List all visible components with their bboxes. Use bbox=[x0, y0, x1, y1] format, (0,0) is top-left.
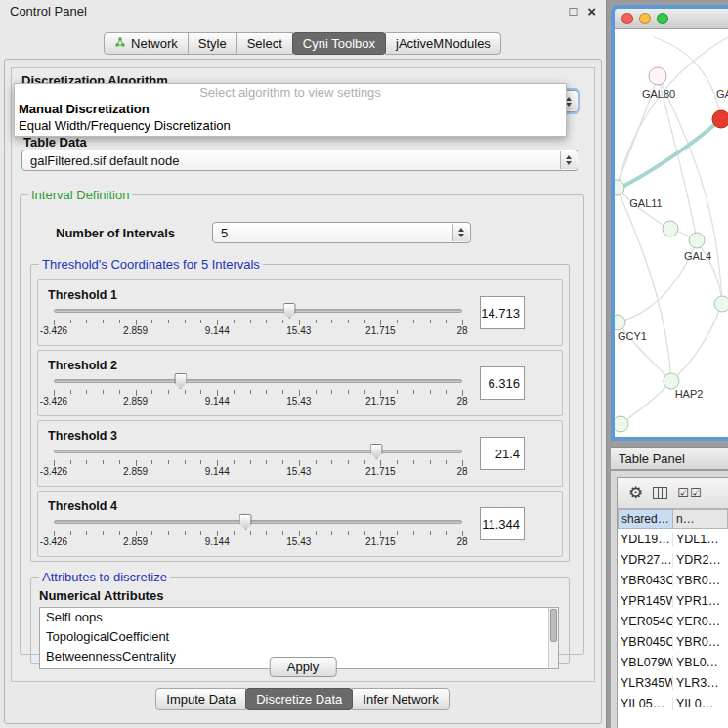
network-node[interactable] bbox=[714, 296, 728, 312]
combo-stepper-icon[interactable] bbox=[560, 151, 577, 169]
table-row[interactable]: YER054CYER0… bbox=[618, 611, 728, 631]
network-node[interactable] bbox=[689, 233, 705, 248]
slider-handle[interactable] bbox=[283, 303, 296, 319]
close-traffic-light-icon[interactable] bbox=[621, 13, 633, 24]
threshold-value-field[interactable]: 11.344 bbox=[480, 507, 525, 540]
network-node[interactable] bbox=[615, 315, 625, 330]
slider-handle[interactable] bbox=[239, 514, 252, 530]
minimize-traffic-light-icon[interactable] bbox=[639, 13, 651, 24]
slider-tick bbox=[316, 390, 317, 394]
table-cell[interactable]: YIL0… bbox=[673, 697, 728, 710]
interval-definition-group: Interval Definition Number of Intervals … bbox=[20, 188, 584, 655]
network-node[interactable] bbox=[664, 373, 679, 389]
tab-network[interactable]: Network bbox=[104, 32, 189, 55]
scrollbar-thumb[interactable] bbox=[550, 609, 557, 642]
tab-impute-data[interactable]: Impute Data bbox=[155, 688, 246, 710]
slider-track[interactable] bbox=[54, 450, 462, 453]
tab-discretize-data[interactable]: Discretize Data bbox=[245, 688, 353, 710]
tab-select[interactable]: Select bbox=[236, 32, 293, 55]
tab-label: Select bbox=[247, 36, 282, 51]
table-cell[interactable]: YBR0… bbox=[673, 574, 728, 587]
table-cell[interactable]: YLR345W bbox=[618, 676, 673, 690]
table-cell[interactable]: YBR045C bbox=[618, 635, 673, 649]
table-cell[interactable]: YBL0… bbox=[673, 656, 728, 669]
threshold-slider[interactable] bbox=[54, 514, 462, 530]
slider-tick bbox=[446, 390, 447, 394]
select-columns-icon[interactable]: ☑☑ bbox=[677, 486, 702, 500]
slider-track[interactable] bbox=[54, 379, 462, 383]
network-node[interactable] bbox=[649, 67, 666, 85]
slider-track[interactable] bbox=[54, 309, 462, 313]
slider-tick bbox=[348, 460, 349, 464]
table-cell[interactable]: YDL19… bbox=[618, 533, 673, 546]
table-cell[interactable]: YLR3… bbox=[673, 676, 728, 690]
table-cell[interactable]: YER0… bbox=[673, 615, 728, 628]
threshold-slider[interactable] bbox=[54, 303, 462, 319]
combo-stepper-icon[interactable] bbox=[452, 224, 469, 241]
tab-infer-network[interactable]: Infer Network bbox=[352, 688, 449, 710]
attribute-list-item[interactable]: TopologicalCoefficient bbox=[40, 627, 558, 647]
threshold-value-field[interactable]: 21.4 bbox=[480, 437, 525, 470]
table-cell[interactable]: YPR145W bbox=[618, 594, 673, 608]
table-panel-titlebar[interactable]: Table Panel bbox=[611, 447, 728, 470]
dropdown-item-manual-discretization[interactable]: Manual Discretization bbox=[15, 101, 566, 117]
gear-icon[interactable]: ⚙ bbox=[628, 485, 643, 501]
table-cell[interactable]: YBL079W bbox=[618, 656, 673, 669]
interval-definition-legend: Interval Definition bbox=[28, 188, 132, 202]
table-row[interactable]: YDL19…YDL1… bbox=[618, 529, 728, 549]
table-cell[interactable]: YDL1… bbox=[673, 533, 728, 546]
threshold-value-field[interactable]: 6.316 bbox=[480, 366, 525, 400]
tab-cyni-toolbox[interactable]: Cyni Toolbox bbox=[292, 32, 386, 55]
threshold-value-field[interactable]: 14.713 bbox=[480, 296, 525, 329]
column-header-name[interactable]: n… bbox=[673, 509, 728, 529]
slider-tick bbox=[250, 460, 251, 464]
columns-icon[interactable] bbox=[653, 487, 667, 499]
zoom-traffic-light-icon[interactable] bbox=[657, 13, 668, 24]
network-node[interactable] bbox=[615, 416, 628, 432]
network-window-titlebar[interactable] bbox=[615, 9, 728, 29]
table-row[interactable]: YBR045CYBR0… bbox=[618, 631, 728, 652]
tab-style[interactable]: Style bbox=[188, 32, 237, 55]
attribute-list-item[interactable]: SelfLoops bbox=[40, 608, 558, 627]
table-cell[interactable]: YDR27… bbox=[618, 553, 673, 567]
slider-tick bbox=[151, 390, 152, 394]
tab-label: Discretize Data bbox=[256, 692, 342, 707]
slider-tick bbox=[168, 320, 169, 323]
threshold-slider[interactable] bbox=[54, 444, 462, 459]
slider-tick bbox=[446, 531, 447, 535]
table-row[interactable]: YIL05…YIL0… bbox=[618, 693, 728, 713]
slider-tick bbox=[397, 390, 398, 394]
number-of-intervals-combobox[interactable]: 5 bbox=[212, 222, 471, 243]
column-header-shared-name[interactable]: shared… bbox=[618, 509, 673, 529]
number-of-intervals-label: Number of Intervals bbox=[56, 226, 175, 240]
tab-label: Impute Data bbox=[166, 692, 236, 707]
close-window-icon[interactable]: × bbox=[587, 5, 596, 18]
network-node[interactable] bbox=[663, 221, 678, 236]
slider-tick bbox=[348, 390, 349, 394]
table-cell[interactable]: YDR2… bbox=[673, 553, 728, 567]
tab-jactivemnodules[interactable]: jActiveMNodules bbox=[385, 32, 501, 55]
list-scrollbar[interactable] bbox=[548, 608, 558, 668]
table-row[interactable]: YDR27…YDR2… bbox=[618, 549, 728, 570]
float-window-icon[interactable]: □ bbox=[569, 5, 577, 18]
table-cell[interactable]: YBR043C bbox=[618, 574, 673, 587]
table-row[interactable]: YPR145WYPR1… bbox=[618, 590, 728, 611]
table-cell[interactable]: YBR0… bbox=[673, 635, 728, 649]
network-node[interactable] bbox=[712, 110, 728, 128]
table-cell[interactable]: YPR1… bbox=[673, 594, 728, 608]
table-cell[interactable]: YIL05… bbox=[618, 697, 673, 710]
table-row[interactable]: YBR043CYBR0… bbox=[618, 570, 728, 590]
table-row[interactable]: YBL079WYBL0… bbox=[618, 652, 728, 672]
table-data-combobox[interactable]: galFiltered.sif default node bbox=[21, 150, 578, 171]
table-row[interactable]: YLR345WYLR3… bbox=[618, 672, 728, 693]
apply-button[interactable]: Apply bbox=[270, 657, 337, 677]
slider-track[interactable] bbox=[54, 520, 462, 524]
threshold-slider[interactable] bbox=[54, 373, 462, 389]
table-cell[interactable]: YER054C bbox=[618, 615, 673, 628]
slider-handle[interactable] bbox=[174, 373, 187, 389]
dropdown-item-equal-width[interactable]: Equal Width/Frequency Discretization bbox=[15, 117, 566, 134]
slider-scale: -3.4262.8599.14415.4321.71528 bbox=[54, 531, 462, 548]
network-node-label: GA bbox=[716, 88, 728, 100]
slider-handle[interactable] bbox=[370, 444, 383, 459]
network-canvas[interactable]: GAL80GAGAL11GAL4GCY1HAP2 bbox=[615, 29, 728, 437]
